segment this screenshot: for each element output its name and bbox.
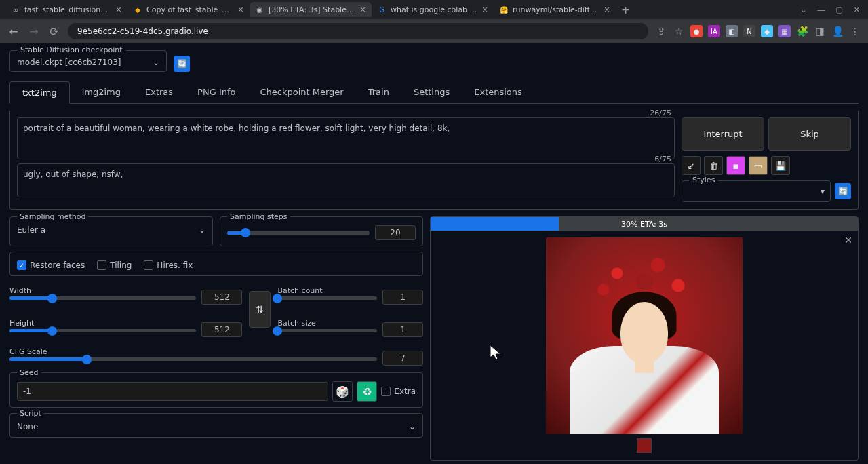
style-button-2[interactable]: ▭ xyxy=(749,156,768,175)
tab-title: runwayml/stable-diffusion-v1 xyxy=(513,5,599,14)
height-input[interactable] xyxy=(201,322,242,337)
menu-icon[interactable]: ⋮ xyxy=(849,25,861,37)
apply-style-button[interactable]: 🔄 xyxy=(835,183,851,199)
cfg-scale-slider[interactable] xyxy=(9,357,377,361)
favicon-icon: ◆ xyxy=(133,5,142,14)
favicon-icon: ∞ xyxy=(11,5,20,14)
extra-seed-checkbox[interactable]: Extra xyxy=(381,387,416,396)
back-icon[interactable]: ← xyxy=(7,24,20,38)
extension-icon[interactable]: IA xyxy=(708,25,720,37)
sidepanel-icon[interactable]: ◨ xyxy=(814,25,826,37)
height-slider[interactable] xyxy=(9,329,196,332)
batch-count-slider[interactable] xyxy=(277,296,377,300)
trash-icon: 🗑 xyxy=(709,161,718,171)
preview-panel: 30% ETA: 3s ✕ xyxy=(430,216,859,461)
prompt-input[interactable]: portrait of a beautiful woman, wearing a… xyxy=(18,118,674,157)
clear-button[interactable]: 🗑 xyxy=(704,156,723,175)
hires-fix-checkbox[interactable]: Hires. fix xyxy=(144,260,193,270)
save-style-button[interactable]: 💾 xyxy=(771,156,790,175)
preview-thumbnail[interactable] xyxy=(637,438,652,453)
sampling-steps-slider[interactable] xyxy=(227,231,370,235)
chevron-down-icon[interactable]: ⌄ xyxy=(800,5,806,14)
progress-text: 30% ETA: 3s xyxy=(621,220,667,229)
new-tab-button[interactable]: + xyxy=(616,3,635,16)
close-icon[interactable]: × xyxy=(481,5,488,14)
reuse-seed-button[interactable]: ♻ xyxy=(357,381,377,402)
arrow-button[interactable]: ↙ xyxy=(682,156,701,175)
tab-title: Copy of fast_stable_diffusion xyxy=(146,5,233,14)
batch-size-input[interactable] xyxy=(382,322,423,337)
tab-extras[interactable]: Extras xyxy=(133,81,185,103)
tab-title: fast_stable_diffusion_AUTOMA xyxy=(24,5,111,14)
extension-icon[interactable]: N xyxy=(743,25,755,37)
close-icon[interactable]: × xyxy=(604,5,610,14)
styles-select[interactable]: ▾ xyxy=(688,187,825,196)
browser-tab[interactable]: ∞ fast_stable_diffusion_AUTOMA × xyxy=(5,2,127,17)
skip-button[interactable]: Skip xyxy=(768,117,851,151)
checkpoint-select[interactable]: model.ckpt [cc6cb27103] ⌄ xyxy=(17,58,159,67)
checkbox-icon xyxy=(144,260,153,270)
seed-label: Seed xyxy=(17,368,41,377)
profile-icon[interactable]: 👤 xyxy=(831,25,844,37)
styles-label: Styles xyxy=(689,176,718,185)
tab-settings[interactable]: Settings xyxy=(401,81,462,103)
close-preview-button[interactable]: ✕ xyxy=(844,235,852,246)
maximize-icon[interactable]: ▢ xyxy=(835,5,842,14)
extension-icon[interactable]: ● xyxy=(690,25,703,37)
seed-input[interactable] xyxy=(17,382,328,401)
minimize-icon[interactable]: ― xyxy=(817,5,825,14)
tab-pnginfo[interactable]: PNG Info xyxy=(185,81,248,103)
refresh-checkpoint-button[interactable]: 🔄 xyxy=(174,56,190,72)
share-icon[interactable]: ⇪ xyxy=(655,25,667,37)
batch-size-slider[interactable] xyxy=(277,329,377,332)
sampling-method-select[interactable]: Euler a ⌄ xyxy=(17,225,205,235)
card-icon: ▭ xyxy=(754,161,762,171)
preview-image[interactable] xyxy=(546,237,743,434)
tab-train[interactable]: Train xyxy=(356,81,401,103)
close-icon[interactable]: × xyxy=(115,5,122,14)
reload-icon[interactable]: ⟳ xyxy=(47,24,61,38)
forward-icon[interactable]: → xyxy=(27,24,41,38)
browser-tab[interactable]: 🤗 runwayml/stable-diffusion-v1 × xyxy=(494,2,616,17)
settings-layout: Sampling method Euler a ⌄ Sampling steps xyxy=(9,216,859,461)
tab-txt2img[interactable]: txt2img xyxy=(9,81,70,104)
close-icon[interactable]: × xyxy=(359,5,366,14)
tiling-checkbox[interactable]: Tiling xyxy=(97,260,132,270)
close-window-icon[interactable]: ✕ xyxy=(854,5,860,14)
url-input[interactable] xyxy=(68,23,648,39)
close-icon[interactable]: × xyxy=(237,5,244,14)
nav-tabs: txt2img img2img Extras PNG Info Checkpoi… xyxy=(9,81,859,104)
extension-icon[interactable]: ▦ xyxy=(778,25,791,37)
script-select[interactable]: None ⌄ xyxy=(17,422,416,431)
tab-img2img[interactable]: img2img xyxy=(70,81,133,103)
refresh-icon: 🔄 xyxy=(838,187,848,196)
width-input[interactable] xyxy=(201,290,242,305)
star-icon[interactable]: ☆ xyxy=(673,25,685,37)
restore-faces-checkbox[interactable]: ✓ Restore faces xyxy=(17,260,85,270)
dice-icon: 🎲 xyxy=(336,385,349,398)
browser-tab[interactable]: ◆ Copy of fast_stable_diffusion × xyxy=(127,2,250,17)
checkpoint-label: Stable Diffusion checkpoint xyxy=(17,45,126,54)
browser-tab[interactable]: G what is google colab - Google × xyxy=(372,2,494,17)
random-seed-button[interactable]: 🎲 xyxy=(332,381,353,402)
progress-bar: 30% ETA: 3s xyxy=(431,217,858,231)
negative-prompt-input[interactable]: ugly, out of shape, nsfw, xyxy=(18,164,674,195)
extension-icon[interactable]: ◧ xyxy=(726,25,738,37)
browser-tab[interactable]: ◉ [30% ETA: 3s] Stable Diffusion × xyxy=(250,2,372,17)
sampling-steps-input[interactable] xyxy=(375,225,416,240)
favicon-icon: 🤗 xyxy=(499,5,509,14)
extension-icon[interactable]: ◆ xyxy=(761,25,773,37)
extensions-icon[interactable]: 🧩 xyxy=(796,25,808,37)
interrupt-button[interactable]: Interrupt xyxy=(682,117,764,151)
swap-dimensions-button[interactable]: ⇅ xyxy=(249,291,271,328)
batch-count-input[interactable] xyxy=(382,290,423,305)
width-slider[interactable] xyxy=(9,296,196,300)
chevron-down-icon: ⌄ xyxy=(199,225,205,235)
checkpoint-row: Stable Diffusion checkpoint model.ckpt [… xyxy=(9,50,859,72)
tab-extensions[interactable]: Extensions xyxy=(462,81,534,103)
negative-prompt-box: 6/75 ugly, out of shape, nsfw, xyxy=(17,163,675,197)
cfg-scale-input[interactable] xyxy=(382,351,423,366)
tab-checkpoint-merger[interactable]: Checkpoint Merger xyxy=(248,81,355,103)
style-button-1[interactable]: ▪ xyxy=(726,156,745,175)
sampling-method-value: Euler a xyxy=(17,225,45,235)
